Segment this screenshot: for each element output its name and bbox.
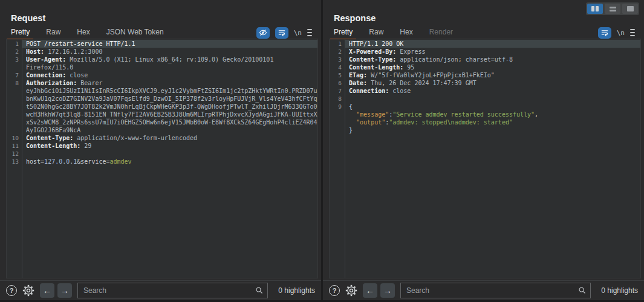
code-line: 3Content-Type: application/json; charset… <box>330 56 640 63</box>
next-match-button[interactable]: → <box>380 283 395 298</box>
line-number <box>330 118 345 126</box>
code-line: 1HTTP/1.1 200 OK <box>330 40 640 48</box>
line-number: 7 <box>7 71 22 79</box>
code-line: 13host=127.0.0.1&service=admdev <box>7 158 317 165</box>
code-line: "output":"admdev: stopped\nadmdev: start… <box>330 118 640 126</box>
line-text: bnKwU1q2coDZ7GINV2Va9JaV07FqsElfd9_DzwOI… <box>22 95 317 103</box>
response-search-wrap <box>400 283 591 298</box>
request-editor-tools: \n <box>256 27 318 39</box>
line-number <box>7 95 22 103</box>
response-panel: Response Pretty Raw Hex Render \n 1HTTP/… <box>323 0 644 300</box>
line-text: POST /restart-service HTTP/1.1 <box>22 40 317 48</box>
request-tab-hex[interactable]: Hex <box>77 27 89 39</box>
response-editor[interactable]: 1HTTP/1.1 200 OK2X-Powered-By: Express3C… <box>329 39 641 278</box>
code-line: 8 <box>330 95 640 103</box>
line-text: host=127.0.0.1&service=admdev <box>22 158 317 165</box>
code-line: 2Host: 172.16.1.2:3000 <box>7 48 317 56</box>
line-text: User-Agent: Mozilla/5.0 (X11; Linux x86_… <box>22 56 317 63</box>
hide-matching-items-button[interactable] <box>256 27 270 39</box>
show-newlines-toggle[interactable]: \n <box>294 29 302 37</box>
columns-layout-button[interactable] <box>587 4 603 14</box>
request-search-input[interactable] <box>77 283 268 298</box>
rows-layout-button[interactable] <box>605 4 620 14</box>
line-number: 7 <box>330 87 345 95</box>
editor-menu-button[interactable] <box>307 29 316 36</box>
line-number: 5 <box>330 71 345 79</box>
help-icon[interactable]: ? <box>6 285 17 296</box>
code-line: 4Content-Length: 95 <box>330 63 640 71</box>
search-settings-button[interactable] <box>345 284 357 297</box>
hamburger-icon <box>630 29 635 30</box>
line-number <box>7 63 22 71</box>
request-search-wrap <box>77 283 268 298</box>
line-number <box>7 103 22 111</box>
code-line: 1POST /restart-service HTTP/1.1 <box>7 40 317 48</box>
line-number: 11 <box>7 142 22 150</box>
line-text: t502N0hgGc28BY7JQT82k2VmJN0hrLqBjCkpWHeG… <box>22 103 317 111</box>
single-layout-button[interactable] <box>622 4 638 14</box>
response-tab-render: Render <box>429 27 453 39</box>
line-text: Content-Type: application/x-www-form-url… <box>22 134 317 142</box>
request-panel: Request Pretty Raw Hex JSON Web Token \n… <box>0 0 321 300</box>
previous-match-button[interactable]: ← <box>40 283 54 298</box>
line-text: Firefox/115.0 <box>22 63 317 71</box>
next-match-button[interactable]: → <box>57 283 72 298</box>
request-tab-raw[interactable]: Raw <box>46 27 60 39</box>
line-number: 8 <box>7 79 22 87</box>
line-text: X-Powered-By: Express <box>345 48 640 56</box>
word-wrap-button[interactable] <box>275 27 288 39</box>
request-panel-title: Request <box>11 13 45 23</box>
code-line: 8Authorization: Bearer <box>7 79 317 87</box>
response-tabbar: Pretty Raw Hex Render \n <box>329 27 641 39</box>
search-icon <box>578 286 587 295</box>
line-text: Connection: close <box>345 87 640 95</box>
response-tab-raw[interactable]: Raw <box>369 27 383 39</box>
response-tab-hex[interactable]: Hex <box>400 27 412 39</box>
line-text: HTTP/1.1 200 OK <box>345 40 640 48</box>
line-number: 1 <box>7 40 22 48</box>
code-line: eyJhbGciOiJSUzI1NiIsInR5cCI6IkpXVCJ9.eyJ… <box>7 87 317 95</box>
arrow-right-icon: → <box>60 286 69 295</box>
request-editor[interactable]: 1POST /restart-service HTTP/1.12Host: 17… <box>6 39 318 278</box>
help-icon[interactable]: ? <box>329 285 340 296</box>
line-number: 10 <box>7 134 22 142</box>
word-wrap-icon <box>600 28 609 37</box>
response-search-input[interactable] <box>400 283 591 298</box>
rows-layout-icon <box>610 7 616 8</box>
line-text: "output":"admdev: stopped\nadmdev: start… <box>345 118 640 126</box>
code-line: 12 <box>7 150 317 158</box>
request-tab-pretty[interactable]: Pretty <box>11 27 30 39</box>
request-tab-json-web-token[interactable]: JSON Web Token <box>106 27 164 39</box>
line-text: Content-Length: 29 <box>22 142 317 150</box>
code-line: 7Connection: close <box>7 71 317 79</box>
line-text <box>345 95 640 103</box>
line-text <box>22 150 317 158</box>
line-number: 13 <box>7 158 22 165</box>
line-number: 6 <box>330 79 345 87</box>
editor-menu-button[interactable] <box>630 29 639 36</box>
line-number <box>330 126 345 134</box>
previous-match-button[interactable]: ← <box>363 283 377 298</box>
search-settings-button[interactable] <box>22 284 34 297</box>
code-line: xSv2sWCM8_2zNPRs6ssU7mIU7iOEHGZ5OHw6n6ej… <box>7 118 317 126</box>
line-number <box>7 111 22 118</box>
columns-layout-icon <box>591 6 594 11</box>
line-text: Host: 172.16.1.2:3000 <box>22 48 317 56</box>
response-search-bar: ? ← → 0 highlights <box>323 280 644 300</box>
line-text: AyIGO2J6BFa9NcA <box>22 126 317 134</box>
code-line: 6Date: Thu, 26 Dec 2024 17:47:39 GMT <box>330 79 640 87</box>
code-line: AyIGO2J6BFa9NcA <box>7 126 317 134</box>
word-wrap-button[interactable] <box>598 27 611 39</box>
response-highlight-count: 0 highlights <box>601 286 638 295</box>
response-tab-pretty[interactable]: Pretty <box>334 27 353 39</box>
show-newlines-toggle[interactable]: \n <box>617 29 625 37</box>
line-number: 12 <box>7 150 22 158</box>
word-wrap-icon <box>278 28 286 37</box>
arrow-left-icon: ← <box>366 286 374 295</box>
line-number: 2 <box>7 48 22 56</box>
line-text: Date: Thu, 26 Dec 2024 17:47:39 GMT <box>345 79 640 87</box>
response-panel-title: Response <box>334 13 376 23</box>
code-line: 10Content-Type: application/x-www-form-u… <box>7 134 317 142</box>
line-text: wcH3HkhW7qt3lq8-8151EN_TNfly7FI2AV6EB2SB… <box>22 111 317 118</box>
line-number: 1 <box>330 40 345 48</box>
